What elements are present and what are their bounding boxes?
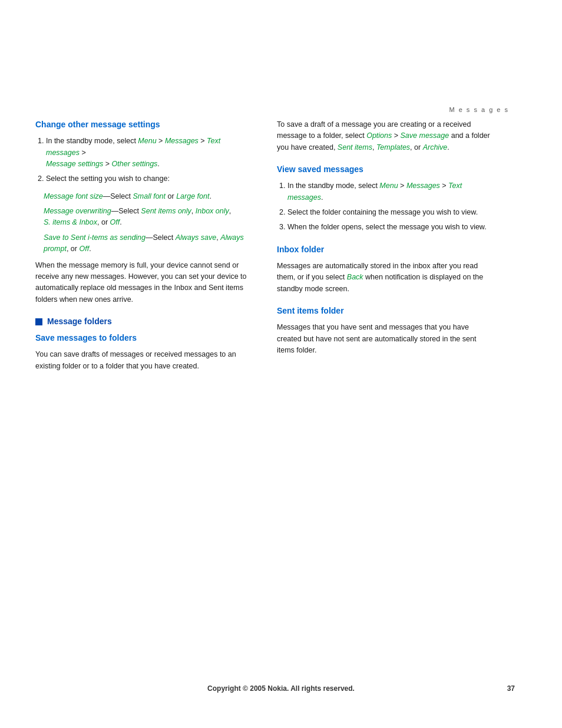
save-draft-sent-items: Sent items [338,143,372,151]
font-size-small: Small font [133,192,166,200]
overwriting-sent-only: Sent items only [141,207,191,215]
content-area: Change other message settings In the sta… [0,119,562,383]
view-step-1: In the standby mode, select Menu > Messa… [287,180,495,203]
view-saved-messages-section: View saved messages In the standby mode,… [277,164,495,233]
inbox-folder-title: Inbox folder [277,244,495,255]
message-folders-section: Message folders Save messages to folders… [35,316,253,372]
change-other-message-settings-title: Change other message settings [35,119,253,130]
step-1-link-message-settings: Message settings [46,160,103,168]
footer-page-number: 37 [507,684,515,693]
indent-items: Message font size—Select Small font or L… [35,191,253,255]
save-sent-label: Save to Sent i-tems as sending [44,233,146,242]
page-header: M e s s a g e s [0,0,562,119]
sent-items-folder-title: Sent items folder [277,305,495,316]
inbox-folder-section: Inbox folder Messages are automatically … [277,244,495,295]
message-memory-full-text: When the message memory is full, your de… [35,260,253,306]
overwriting-label: Message overwriting [44,207,111,215]
indent-item-overwriting: Message overwriting—Select Sent items on… [35,206,253,229]
message-folders-title-container: Message folders [35,316,253,327]
step-2: Select the setting you wish to change: [46,173,253,185]
save-draft-intro: To save a draft of a message you are cre… [277,119,495,153]
save-draft-options: Options [366,131,392,140]
left-column: Change other message settings In the sta… [35,119,253,383]
indent-item-font-size: Message font size—Select Small font or L… [35,191,253,202]
message-folders-title: Message folders [47,316,112,327]
font-size-label: Message font size [44,192,103,200]
section-label: M e s s a g e s [449,106,509,113]
inbox-back-link: Back [347,273,363,281]
step-1-link-messages: Messages [165,137,199,145]
save-draft-archive: Archive [423,143,448,151]
view-saved-steps: In the standby mode, select Menu > Messa… [277,180,495,233]
page: M e s s a g e s Change other message set… [0,0,562,728]
blue-square-icon [35,318,42,325]
save-messages-to-folders-body: You can save drafts of messages or recei… [35,349,253,372]
save-draft-save-message: Save message [401,131,449,140]
save-messages-to-folders-title: Save messages to folders [35,332,253,343]
sent-items-folder-section: Sent items folder Messages that you have… [277,305,495,356]
change-settings-steps: In the standby mode, select Menu > Messa… [35,136,253,185]
step-1-link-other-settings: Other settings [112,160,158,168]
save-draft-templates: Templates [376,143,410,151]
footer-copyright: Copyright © 2005 Nokia. All rights reser… [207,684,355,693]
view-step-2-text: Select the folder containing the message… [287,208,478,216]
view-step-3: When the folder opens, select the messag… [287,222,495,233]
step-1-text-before: In the standby mode, select [46,137,138,145]
overwriting-s-items-inbox: S. items & Inbox [44,218,97,226]
indent-item-save-sent: Save to Sent i-tems as sending—Select Al… [35,232,253,255]
view-step-2: Select the folder containing the message… [287,207,495,218]
change-other-message-settings-section: Change other message settings In the sta… [35,119,253,305]
font-size-large: Large font [176,192,209,200]
save-sent-off: Off [79,245,89,253]
view-step-3-text: When the folder opens, select the messag… [287,223,487,231]
view-saved-messages-title: View saved messages [277,164,495,174]
overwriting-off: Off [110,218,120,226]
view-step-1-messages: Messages [406,182,440,190]
step-1: In the standby mode, select Menu > Messa… [46,136,253,170]
sent-items-folder-body: Messages that you have sent and messages… [277,322,495,356]
save-sent-always-save: Always save [176,233,216,242]
right-column: To save a draft of a message you are cre… [277,119,495,383]
step-2-text: Select the setting you wish to change: [46,174,170,183]
view-step-1-menu: Menu [379,182,398,190]
inbox-folder-body: Messages are automatically stored in the… [277,261,495,295]
overwriting-inbox-only: Inbox only [196,207,229,215]
step-1-link-menu: Menu [138,137,156,145]
